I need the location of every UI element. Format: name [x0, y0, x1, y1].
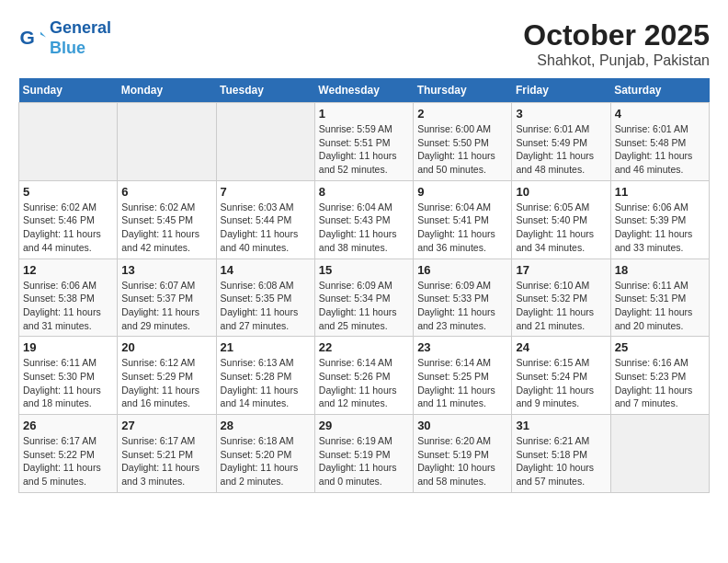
day-info: Sunrise: 6:07 AM Sunset: 5:37 PM Dayligh… — [121, 279, 211, 333]
day-number: 19 — [23, 340, 113, 354]
calendar-cell: 8Sunrise: 6:04 AM Sunset: 5:43 PM Daylig… — [314, 180, 413, 259]
weekday-header: Sunday — [19, 78, 118, 103]
day-number: 10 — [516, 185, 606, 199]
calendar-cell: 24Sunrise: 6:15 AM Sunset: 5:24 PM Dayli… — [512, 337, 610, 415]
day-info: Sunrise: 6:18 AM Sunset: 5:20 PM Dayligh… — [221, 434, 311, 488]
calendar-table: SundayMondayTuesdayWednesdayThursdayFrid… — [18, 78, 710, 493]
day-number: 11 — [615, 185, 705, 199]
day-info: Sunrise: 6:09 AM Sunset: 5:34 PM Dayligh… — [319, 279, 409, 333]
day-info: Sunrise: 6:12 AM Sunset: 5:29 PM Dayligh… — [121, 356, 211, 410]
calendar-cell: 30Sunrise: 6:20 AM Sunset: 5:19 PM Dayli… — [414, 415, 512, 493]
calendar-cell: 28Sunrise: 6:18 AM Sunset: 5:20 PM Dayli… — [216, 415, 314, 493]
day-number: 17 — [516, 263, 606, 277]
day-number: 25 — [615, 340, 705, 354]
day-number: 13 — [121, 263, 211, 277]
calendar-cell: 18Sunrise: 6:11 AM Sunset: 5:31 PM Dayli… — [610, 259, 709, 337]
day-number: 29 — [319, 419, 409, 432]
calendar-week: 12Sunrise: 6:06 AM Sunset: 5:38 PM Dayli… — [19, 259, 710, 337]
calendar-cell: 27Sunrise: 6:17 AM Sunset: 5:21 PM Dayli… — [118, 415, 216, 493]
day-number: 23 — [417, 340, 507, 354]
day-info: Sunrise: 6:04 AM Sunset: 5:43 PM Dayligh… — [319, 201, 409, 255]
day-info: Sunrise: 6:02 AM Sunset: 5:46 PM Dayligh… — [23, 201, 113, 255]
day-info: Sunrise: 6:14 AM Sunset: 5:25 PM Dayligh… — [417, 356, 507, 410]
day-info: Sunrise: 6:20 AM Sunset: 5:19 PM Dayligh… — [417, 434, 507, 488]
svg-marker-1 — [40, 31, 46, 37]
day-number: 14 — [221, 263, 311, 277]
day-info: Sunrise: 6:11 AM Sunset: 5:31 PM Dayligh… — [615, 279, 705, 333]
day-number: 9 — [417, 185, 507, 199]
day-number: 18 — [615, 263, 705, 277]
calendar-cell: 29Sunrise: 6:19 AM Sunset: 5:19 PM Dayli… — [314, 415, 413, 493]
day-number: 2 — [417, 107, 507, 121]
calendar-week: 5Sunrise: 6:02 AM Sunset: 5:46 PM Daylig… — [19, 180, 710, 259]
calendar-week: 1Sunrise: 5:59 AM Sunset: 5:51 PM Daylig… — [19, 103, 710, 181]
day-number: 21 — [221, 340, 311, 354]
weekday-header: Thursday — [414, 78, 512, 103]
logo: G General Blue — [18, 18, 111, 58]
calendar-cell — [610, 415, 709, 493]
calendar-cell: 9Sunrise: 6:04 AM Sunset: 5:41 PM Daylig… — [414, 180, 512, 259]
calendar-cell — [216, 103, 314, 181]
calendar-cell: 6Sunrise: 6:02 AM Sunset: 5:45 PM Daylig… — [118, 180, 216, 259]
calendar-cell: 17Sunrise: 6:10 AM Sunset: 5:32 PM Dayli… — [512, 259, 610, 337]
calendar-cell: 11Sunrise: 6:06 AM Sunset: 5:39 PM Dayli… — [610, 180, 709, 259]
calendar-cell: 21Sunrise: 6:13 AM Sunset: 5:28 PM Dayli… — [216, 337, 314, 415]
day-number: 7 — [221, 185, 311, 199]
day-info: Sunrise: 6:14 AM Sunset: 5:26 PM Dayligh… — [319, 356, 409, 410]
calendar-cell: 22Sunrise: 6:14 AM Sunset: 5:26 PM Dayli… — [314, 337, 413, 415]
weekday-header: Tuesday — [216, 78, 314, 103]
day-number: 27 — [121, 419, 211, 432]
calendar-cell: 10Sunrise: 6:05 AM Sunset: 5:40 PM Dayli… — [512, 180, 610, 259]
calendar-week: 19Sunrise: 6:11 AM Sunset: 5:30 PM Dayli… — [19, 337, 710, 415]
calendar-cell: 25Sunrise: 6:16 AM Sunset: 5:23 PM Dayli… — [610, 337, 709, 415]
calendar-cell: 2Sunrise: 6:00 AM Sunset: 5:50 PM Daylig… — [414, 103, 512, 181]
day-info: Sunrise: 6:21 AM Sunset: 5:18 PM Dayligh… — [516, 434, 606, 488]
calendar-cell: 1Sunrise: 5:59 AM Sunset: 5:51 PM Daylig… — [314, 103, 413, 181]
calendar-cell: 4Sunrise: 6:01 AM Sunset: 5:48 PM Daylig… — [610, 103, 709, 181]
day-number: 12 — [23, 263, 113, 277]
day-info: Sunrise: 6:06 AM Sunset: 5:38 PM Dayligh… — [23, 279, 113, 333]
logo-line2: Blue — [50, 39, 85, 57]
calendar-title: October 2025 — [523, 18, 710, 52]
day-number: 22 — [319, 340, 409, 354]
day-info: Sunrise: 6:04 AM Sunset: 5:41 PM Dayligh… — [417, 201, 507, 255]
weekday-header: Friday — [512, 78, 610, 103]
day-info: Sunrise: 6:15 AM Sunset: 5:24 PM Dayligh… — [516, 356, 606, 410]
day-number: 8 — [319, 185, 409, 199]
calendar-cell: 7Sunrise: 6:03 AM Sunset: 5:44 PM Daylig… — [216, 180, 314, 259]
day-number: 15 — [319, 263, 409, 277]
logo-icon: G — [18, 25, 46, 52]
day-info: Sunrise: 6:17 AM Sunset: 5:21 PM Dayligh… — [121, 434, 211, 488]
weekday-header: Wednesday — [314, 78, 413, 103]
day-info: Sunrise: 6:13 AM Sunset: 5:28 PM Dayligh… — [221, 356, 311, 410]
day-info: Sunrise: 6:16 AM Sunset: 5:23 PM Dayligh… — [615, 356, 705, 410]
day-number: 30 — [417, 419, 507, 432]
day-number: 28 — [221, 419, 311, 432]
logo-line1: General — [50, 18, 111, 37]
day-number: 6 — [121, 185, 211, 199]
calendar-cell: 3Sunrise: 6:01 AM Sunset: 5:49 PM Daylig… — [512, 103, 610, 181]
calendar-week: 26Sunrise: 6:17 AM Sunset: 5:22 PM Dayli… — [19, 415, 710, 493]
calendar-cell: 20Sunrise: 6:12 AM Sunset: 5:29 PM Dayli… — [118, 337, 216, 415]
day-info: Sunrise: 6:01 AM Sunset: 5:48 PM Dayligh… — [615, 122, 705, 177]
day-number: 16 — [417, 263, 507, 277]
calendar-cell: 12Sunrise: 6:06 AM Sunset: 5:38 PM Dayli… — [19, 259, 118, 337]
day-info: Sunrise: 6:00 AM Sunset: 5:50 PM Dayligh… — [417, 122, 507, 177]
calendar-cell: 16Sunrise: 6:09 AM Sunset: 5:33 PM Dayli… — [414, 259, 512, 337]
calendar-cell — [19, 103, 118, 181]
day-number: 20 — [121, 340, 211, 354]
day-info: Sunrise: 6:11 AM Sunset: 5:30 PM Dayligh… — [23, 356, 113, 410]
calendar-cell: 13Sunrise: 6:07 AM Sunset: 5:37 PM Dayli… — [118, 259, 216, 337]
calendar-cell: 31Sunrise: 6:21 AM Sunset: 5:18 PM Dayli… — [512, 415, 610, 493]
day-info: Sunrise: 6:01 AM Sunset: 5:49 PM Dayligh… — [516, 122, 606, 177]
calendar-subtitle: Shahkot, Punjab, Pakistan — [523, 52, 710, 69]
calendar-cell: 19Sunrise: 6:11 AM Sunset: 5:30 PM Dayli… — [19, 337, 118, 415]
calendar-cell: 26Sunrise: 6:17 AM Sunset: 5:22 PM Dayli… — [19, 415, 118, 493]
page-header: G General Blue October 2025 Shahkot, Pun… — [18, 18, 710, 69]
weekday-header: Saturday — [610, 78, 709, 103]
day-number: 26 — [23, 419, 113, 432]
day-info: Sunrise: 6:05 AM Sunset: 5:40 PM Dayligh… — [516, 201, 606, 255]
day-number: 24 — [516, 340, 606, 354]
day-number: 4 — [615, 107, 705, 121]
day-number: 5 — [23, 185, 113, 199]
